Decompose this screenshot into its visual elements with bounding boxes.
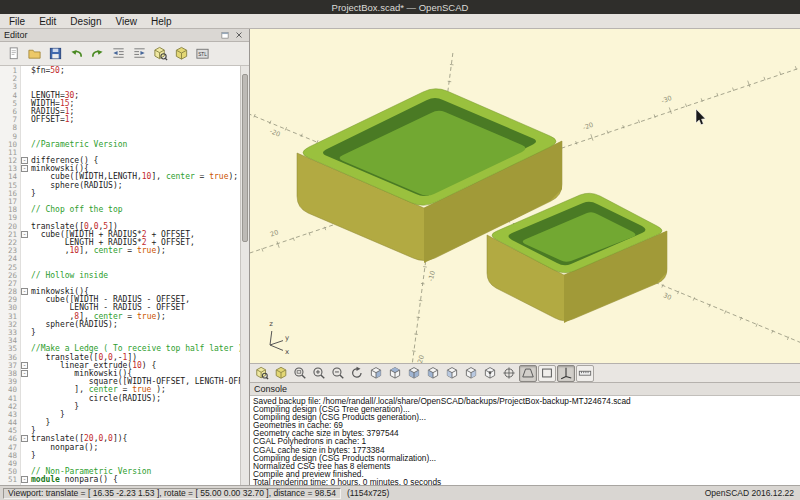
code-line[interactable]: 26// Hollow inside <box>0 272 240 280</box>
fold-margin <box>20 108 29 116</box>
axis-indicator: xyz <box>269 320 289 356</box>
undock-editor-button[interactable] <box>219 29 231 41</box>
zoom-in-button[interactable] <box>310 365 328 382</box>
render-button[interactable] <box>171 44 191 64</box>
cube-render-icon <box>274 366 288 380</box>
code-line[interactable]: 7OFFSET=1; <box>0 116 240 124</box>
code-lines[interactable]: 1$fn=50;234LENGTH=30;5WIDTH=15;6RADIUS=1… <box>0 67 240 485</box>
code-line[interactable]: 47 nonpara(); <box>0 444 240 452</box>
indent-button[interactable] <box>129 44 149 64</box>
fold-margin[interactable]: - <box>20 476 29 484</box>
fold-margin <box>20 296 29 304</box>
code-line[interactable]: 16} <box>0 190 240 198</box>
fold-marker[interactable]: - <box>21 435 28 442</box>
3d-viewport[interactable]: 30-2020-20-30-10-20 <box>250 29 800 363</box>
view-all-button[interactable] <box>291 365 309 382</box>
code-line[interactable]: 33} <box>0 329 240 337</box>
code-line[interactable]: 10//Parametric Version <box>0 141 240 149</box>
menu-help[interactable]: Help <box>144 14 179 28</box>
code-line[interactable]: 51-module nonpara() { <box>0 476 240 484</box>
open-button[interactable] <box>24 44 44 64</box>
orthogonal-icon <box>540 366 554 380</box>
unindent-button[interactable] <box>108 44 128 64</box>
line-number: 3 <box>0 83 20 91</box>
fold-marker[interactable]: - <box>21 288 28 295</box>
code-line[interactable]: 15 sphere(RADIUS); <box>0 182 240 190</box>
code-line[interactable]: 8 <box>0 124 240 132</box>
new-file-button[interactable] <box>3 44 23 64</box>
fold-margin <box>20 100 29 108</box>
line-number: 4 <box>0 92 20 100</box>
reset-view-button[interactable] <box>348 365 366 382</box>
indent-icon <box>132 46 147 61</box>
fold-margin <box>20 239 29 247</box>
fold-margin[interactable]: - <box>20 231 29 239</box>
perspective-icon <box>521 366 535 380</box>
fold-margin <box>20 133 29 141</box>
axis-indicator-label-z: z <box>269 320 273 328</box>
fold-margin <box>20 141 29 149</box>
fold-marker[interactable]: - <box>21 370 28 377</box>
code-line[interactable]: 48} <box>0 452 240 460</box>
view-left-button[interactable] <box>424 365 442 382</box>
editor-scrollbar-thumb[interactable] <box>242 74 248 242</box>
code-line[interactable]: 44 } <box>0 419 240 427</box>
fold-marker[interactable]: - <box>21 231 28 238</box>
axes-icon <box>559 366 573 380</box>
export-stl-button[interactable]: STL <box>192 44 212 64</box>
fold-margin <box>20 452 29 460</box>
view-top-button[interactable] <box>386 365 404 382</box>
orthogonal-button[interactable] <box>538 365 556 382</box>
center-icon <box>502 366 516 380</box>
menu-edit[interactable]: Edit <box>32 14 63 28</box>
console-body[interactable]: Saved backup file: /home/randall/.local/… <box>250 396 800 485</box>
code-text: nonpara(); <box>29 444 98 452</box>
show-axes-button[interactable] <box>557 365 575 382</box>
code-text: OFFSET=1; <box>29 116 74 124</box>
perspective-button[interactable] <box>519 365 537 382</box>
fold-marker[interactable]: - <box>21 362 28 369</box>
zoom-out-button[interactable] <box>329 365 347 382</box>
menu-file[interactable]: File <box>2 14 32 28</box>
fold-margin[interactable]: - <box>20 288 29 296</box>
fold-marker[interactable]: - <box>21 157 28 164</box>
render-button[interactable] <box>272 365 290 382</box>
code-text: sphere(RADIUS); <box>29 182 123 190</box>
3d-view[interactable]: 30-2020-20-30-10-20 <box>250 29 800 363</box>
code-line[interactable]: 24 <box>0 255 240 263</box>
fold-margin[interactable]: - <box>20 435 29 443</box>
view-bottom-button[interactable] <box>405 365 423 382</box>
fold-marker[interactable]: - <box>21 476 28 483</box>
editor-panel-title: Editor <box>4 30 28 40</box>
redo-button[interactable] <box>87 44 107 64</box>
code-text: } <box>29 452 36 460</box>
title-bar[interactable]: ProjectBox.scad* — OpenSCAD <box>0 0 800 14</box>
code-line[interactable]: 18// Chop off the top <box>0 206 240 214</box>
console-line: Total rendering time: 0 hours, 0 minutes… <box>253 478 797 485</box>
code-line[interactable]: 32 sphere(RADIUS); <box>0 321 240 329</box>
editor-scrollbar[interactable] <box>240 66 249 485</box>
undo-button[interactable] <box>66 44 86 64</box>
close-editor-button[interactable] <box>233 29 245 41</box>
code-line[interactable]: 1$fn=50; <box>0 67 240 75</box>
fold-marker[interactable]: - <box>21 165 28 172</box>
code-line[interactable]: 23 ,10], center = true); <box>0 247 240 255</box>
editor-panel-header: Editor <box>0 29 249 42</box>
menu-design[interactable]: Design <box>63 14 108 28</box>
preview-button[interactable] <box>150 44 170 64</box>
view-diagonal-button[interactable] <box>481 365 499 382</box>
view-back-button[interactable] <box>462 365 480 382</box>
code-line[interactable]: 2 <box>0 75 240 83</box>
menu-view[interactable]: View <box>109 14 145 28</box>
fold-margin[interactable]: - <box>20 165 29 173</box>
preview-button[interactable] <box>253 365 271 382</box>
show-scale-button[interactable] <box>576 365 594 382</box>
view-center-button[interactable] <box>500 365 518 382</box>
view-right-button[interactable] <box>367 365 385 382</box>
line-number: 51 <box>0 476 20 484</box>
fold-margin <box>20 116 29 124</box>
view-front-button[interactable] <box>443 365 461 382</box>
code-editor[interactable]: 1$fn=50;234LENGTH=30;5WIDTH=15;6RADIUS=1… <box>0 66 249 485</box>
save-button[interactable] <box>45 44 65 64</box>
fold-margin[interactable]: - <box>20 370 29 378</box>
